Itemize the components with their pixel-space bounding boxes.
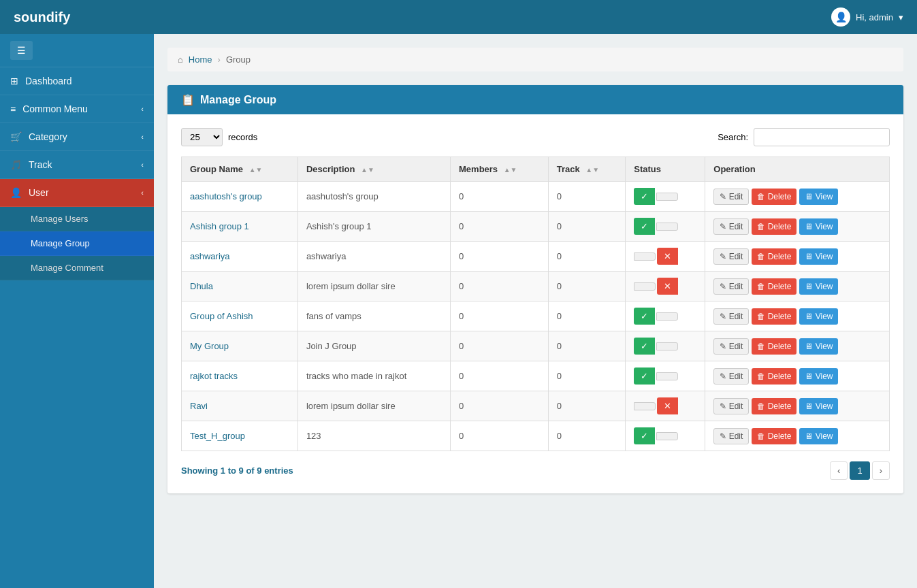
view-button[interactable]: 🖥 View [799, 428, 838, 444]
status-on-button[interactable]: ✓ [634, 368, 655, 385]
cell-group-name: Ashish group 1 [182, 212, 298, 242]
status-on-button[interactable]: ✓ [634, 308, 655, 325]
edit-button[interactable]: ✎ Edit [713, 368, 749, 385]
group-name-link[interactable]: Ravi [190, 401, 208, 411]
table-footer: Showing 1 to 9 of 9 entries ‹ 1 › [181, 461, 890, 480]
sidebar-item-dashboard[interactable]: ⊞ Dashboard [0, 67, 154, 95]
status-on-button[interactable]: ✓ [634, 188, 655, 205]
col-description-label: Description [306, 164, 355, 174]
next-page-button[interactable]: › [872, 461, 890, 480]
status-empty-button[interactable] [634, 282, 656, 291]
page-1-button[interactable]: 1 [850, 461, 869, 480]
delete-button[interactable]: 🗑 Delete [752, 398, 797, 414]
status-toggle: ✕ [634, 248, 696, 265]
group-name-link[interactable]: Test_H_group [190, 431, 245, 441]
group-name-link[interactable]: Ashish group 1 [190, 221, 249, 231]
edit-button[interactable]: ✎ Edit [713, 308, 749, 325]
sort-group-name-icon[interactable]: ▲▼ [249, 166, 263, 174]
edit-button[interactable]: ✎ Edit [713, 398, 749, 414]
view-button[interactable]: 🖥 View [799, 338, 838, 355]
view-button[interactable]: 🖥 View [799, 248, 838, 265]
group-name-link[interactable]: ashwariya [190, 251, 230, 261]
manage-group-card: 📋 Manage Group 25 10 50 100 records [167, 85, 903, 493]
view-button[interactable]: 🖥 View [799, 278, 838, 295]
status-off-button[interactable]: ✕ [657, 397, 678, 414]
cell-status: ✓ [626, 361, 705, 391]
table-row: Ravilorem ipsum dollar sire00✕✎ Edit🗑 De… [182, 391, 890, 421]
cell-members: 0 [451, 212, 549, 242]
status-empty-button[interactable] [656, 193, 678, 201]
status-empty-button[interactable] [656, 342, 678, 350]
sidebar-label-common-menu: Common Menu [22, 103, 88, 114]
sort-description-icon[interactable]: ▲▼ [361, 166, 374, 174]
sort-members-icon[interactable]: ▲▼ [504, 166, 517, 174]
delete-button[interactable]: 🗑 Delete [752, 248, 797, 265]
edit-button[interactable]: ✎ Edit [713, 338, 749, 355]
submenu-item-manage-group[interactable]: Manage Group [0, 231, 154, 256]
prev-page-button[interactable]: ‹ [830, 461, 848, 480]
view-button[interactable]: 🖥 View [799, 308, 838, 325]
action-buttons: ✎ Edit🗑 Delete🖥 View [713, 189, 881, 205]
action-buttons: ✎ Edit🗑 Delete🖥 View [713, 368, 881, 385]
status-empty-button[interactable] [656, 372, 678, 380]
edit-button[interactable]: ✎ Edit [713, 428, 749, 444]
edit-button[interactable]: ✎ Edit [713, 218, 749, 235]
status-off-button[interactable]: ✕ [657, 248, 678, 265]
status-toggle: ✓ [634, 338, 696, 355]
chevron-icon: ‹ [141, 105, 144, 113]
delete-button[interactable]: 🗑 Delete [752, 218, 797, 235]
search-input[interactable] [754, 128, 890, 146]
search-label: Search: [718, 132, 748, 142]
sidebar-item-common-menu[interactable]: ≡ Common Menu ‹ [0, 95, 154, 123]
cell-group-name: rajkot tracks [182, 361, 298, 391]
common-menu-icon: ≡ [10, 103, 16, 114]
sidebar-item-user[interactable]: 👤 User ‹ [0, 179, 154, 207]
breadcrumb-home-link[interactable]: Home [189, 54, 212, 65]
status-off-button[interactable]: ✕ [657, 278, 678, 295]
sidebar-item-category[interactable]: 🛒 Category ‹ [0, 123, 154, 151]
delete-button[interactable]: 🗑 Delete [752, 308, 797, 325]
showing-to: 9 [239, 466, 244, 476]
status-on-button[interactable]: ✓ [634, 218, 655, 235]
status-on-button[interactable]: ✓ [634, 338, 655, 355]
edit-button[interactable]: ✎ Edit [713, 278, 749, 295]
delete-button[interactable]: 🗑 Delete [752, 189, 797, 205]
status-toggle: ✓ [634, 427, 696, 444]
sidebar-item-track[interactable]: 🎵 Track ‹ [0, 151, 154, 179]
user-menu[interactable]: 👤 Hi, admin ▾ [831, 7, 903, 27]
status-empty-button[interactable] [634, 402, 656, 410]
delete-button[interactable]: 🗑 Delete [752, 368, 797, 385]
status-empty-button[interactable] [656, 312, 678, 321]
delete-button[interactable]: 🗑 Delete [752, 278, 797, 295]
status-empty-button[interactable] [656, 223, 678, 231]
status-empty-button[interactable] [634, 252, 656, 261]
status-on-button[interactable]: ✓ [634, 427, 655, 444]
group-name-link[interactable]: Dhula [190, 281, 213, 291]
status-empty-button[interactable] [656, 432, 678, 440]
sidebar-toggle-button[interactable]: ☰ [10, 41, 33, 60]
view-button[interactable]: 🖥 View [799, 218, 838, 235]
view-button[interactable]: 🖥 View [799, 368, 838, 385]
col-group-name-label: Group Name [190, 164, 243, 174]
sort-track-icon[interactable]: ▲▼ [585, 166, 599, 174]
cell-members: 0 [451, 331, 549, 361]
group-name-link[interactable]: Group of Ashish [190, 311, 253, 321]
delete-button[interactable]: 🗑 Delete [752, 428, 797, 444]
view-button[interactable]: 🖥 View [799, 398, 838, 414]
edit-button[interactable]: ✎ Edit [713, 189, 749, 205]
cell-status: ✓ [626, 331, 705, 361]
submenu-item-manage-comment[interactable]: Manage Comment [0, 256, 154, 280]
view-button[interactable]: 🖥 View [799, 189, 838, 205]
cell-track: 0 [548, 421, 626, 451]
group-name-link[interactable]: My Group [190, 341, 229, 351]
submenu-item-manage-users[interactable]: Manage Users [0, 207, 154, 231]
records-label: records [228, 132, 257, 142]
delete-button[interactable]: 🗑 Delete [752, 338, 797, 355]
group-name-link[interactable]: aashutosh's group [190, 191, 262, 201]
group-name-link[interactable]: rajkot tracks [190, 371, 238, 381]
col-members-label: Members [459, 164, 498, 174]
cell-operation: ✎ Edit🗑 Delete🖥 View [705, 421, 890, 451]
cell-group-name: Dhula [182, 272, 298, 301]
records-per-page-select[interactable]: 25 10 50 100 [181, 128, 223, 146]
edit-button[interactable]: ✎ Edit [713, 248, 749, 265]
